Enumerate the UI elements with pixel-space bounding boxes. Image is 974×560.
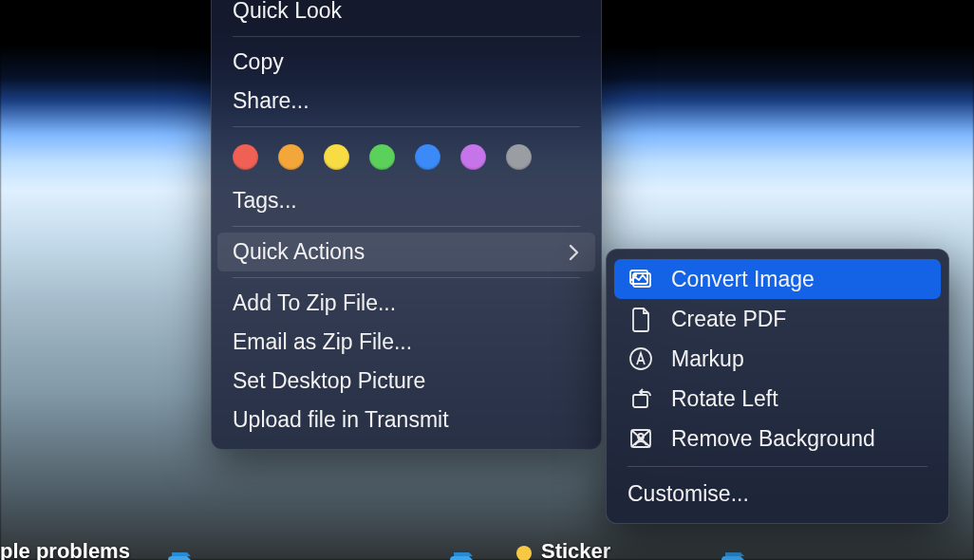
context-menu: Quick Look Copy Share... Tags... Quick A… [211,0,602,450]
tag-orange[interactable] [278,144,304,170]
submenu-item-convert-image[interactable]: Convert Image [614,259,941,299]
tag-yellow[interactable] [324,144,349,170]
menu-item-copy[interactable]: Copy [212,43,601,82]
menu-item-label: Copy [233,49,284,75]
menu-item-add-zip[interactable]: Add To Zip File... [212,284,601,323]
menu-item-email-zip[interactable]: Email as Zip File... [212,323,601,362]
image-icon [627,266,654,292]
submenu-item-label: Remove Background [671,426,875,452]
svg-point-2 [634,273,637,276]
submenu-item-label: Customise... [627,481,749,507]
chevron-right-icon [568,243,580,262]
menu-item-set-desktop[interactable]: Set Desktop Picture [212,362,601,401]
folder-icon[interactable] [721,547,775,560]
folder-icon[interactable] [168,547,221,560]
markup-icon [627,345,654,372]
tag-color-row [212,133,601,181]
menu-item-quick-actions[interactable]: Quick Actions [217,233,595,271]
quick-actions-submenu: Convert Image Create PDF Markup Rotate L… [606,249,949,524]
menu-separator [233,36,580,37]
menu-item-label: Upload file in Transmit [233,407,449,433]
tag-green[interactable] [369,144,395,170]
menu-item-share[interactable]: Share... [212,82,601,121]
menu-item-label: Set Desktop Picture [233,368,425,394]
submenu-item-label: Convert Image [671,267,815,292]
desktop-item-label: Sticker [541,539,610,560]
svg-rect-4 [633,395,647,407]
menu-separator [233,226,580,227]
folder-icon[interactable] [450,547,503,560]
tag-dot-yellow-icon [516,546,532,560]
tag-red[interactable] [233,144,258,170]
menu-item-label: Tags... [233,188,297,214]
menu-item-label: Quick Look [233,0,342,24]
remove-background-icon [627,425,654,452]
menu-item-label: Share... [233,88,309,114]
tag-gray[interactable] [506,144,532,170]
menu-separator [233,126,580,127]
tag-purple[interactable] [460,144,486,170]
submenu-item-label: Markup [671,346,744,372]
menu-item-label: Add To Zip File... [233,290,396,316]
menu-separator [233,277,580,278]
submenu-item-create-pdf[interactable]: Create PDF [607,299,948,339]
submenu-item-label: Create PDF [671,307,786,332]
submenu-item-label: Rotate Left [671,386,778,412]
menu-item-tags[interactable]: Tags... [212,181,601,220]
submenu-item-rotate-left[interactable]: Rotate Left [607,379,948,419]
submenu-item-remove-background[interactable]: Remove Background [607,419,948,458]
menu-item-label: Quick Actions [233,239,365,265]
submenu-item-customise[interactable]: Customise... [607,475,948,513]
desktop-item-label: ple problems [0,539,130,560]
submenu-item-markup[interactable]: Markup [607,339,948,379]
document-icon [627,306,654,332]
rotate-left-icon [627,385,654,412]
menu-item-quick-look[interactable]: Quick Look [212,0,601,30]
tag-blue[interactable] [415,144,440,170]
menu-separator [627,466,927,467]
menu-item-upload-transmit[interactable]: Upload file in Transmit [212,401,601,439]
menu-item-label: Email as Zip File... [233,329,412,355]
